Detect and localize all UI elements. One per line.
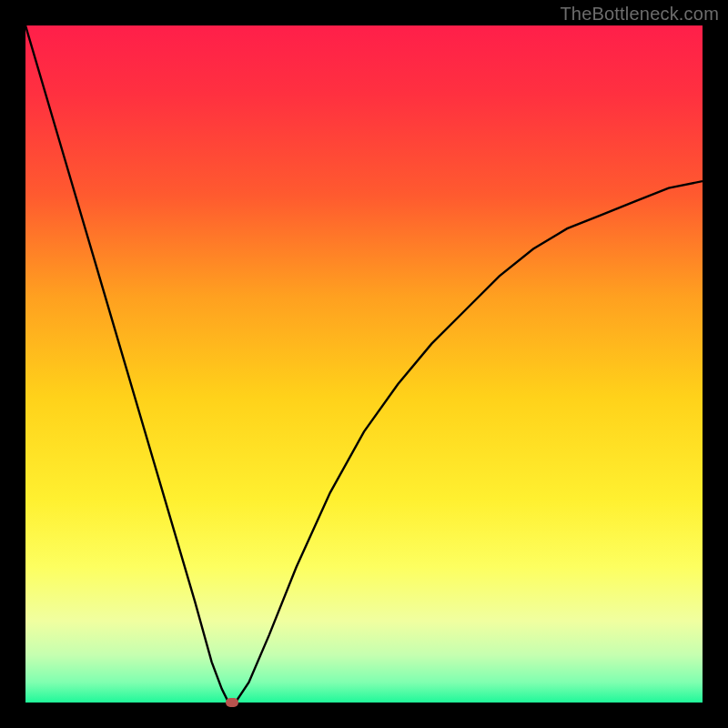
chart-frame xyxy=(25,25,703,703)
watermark-label: TheBottleneck.com xyxy=(560,4,719,25)
bottleneck-curve xyxy=(25,25,703,703)
optimal-point-marker xyxy=(226,698,238,707)
